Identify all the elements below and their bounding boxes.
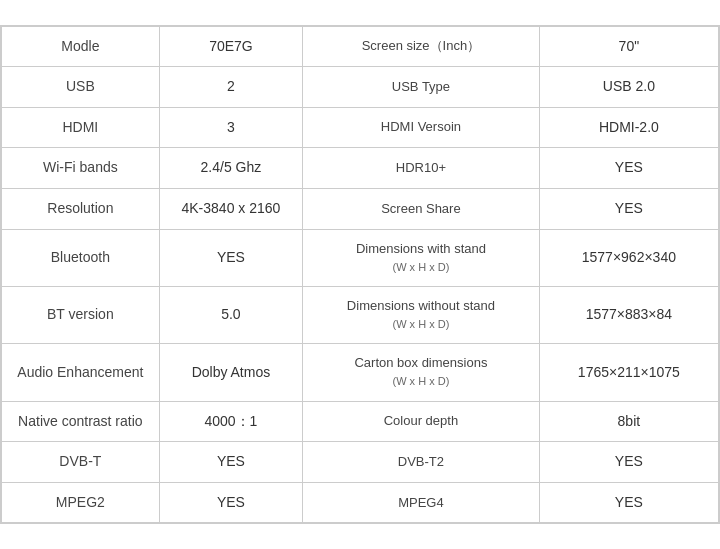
spec-value-right: YES [539, 188, 718, 229]
spec-value: 5.0 [159, 286, 302, 343]
spec-value-right: YES [539, 148, 718, 189]
spec-label: BT version [2, 286, 160, 343]
table-row: BT version5.0Dimensions without stand(W … [2, 286, 719, 343]
table-row: DVB-TYESDVB-T2YES [2, 442, 719, 483]
spec-value: 3 [159, 107, 302, 148]
spec-label: DVB-T [2, 442, 160, 483]
spec-value: 2 [159, 67, 302, 108]
table-row: Audio EnhancementDolby AtmosCarton box d… [2, 344, 719, 401]
spec-value: YES [159, 229, 302, 286]
spec-value-right: HDMI-2.0 [539, 107, 718, 148]
spec-label: Resolution [2, 188, 160, 229]
spec-label-right: MPEG4 [303, 482, 540, 523]
table-row: USB2USB TypeUSB 2.0 [2, 67, 719, 108]
table-row: HDMI3HDMI VersoinHDMI-2.0 [2, 107, 719, 148]
spec-value-right: YES [539, 482, 718, 523]
table-row: MPEG2YESMPEG4YES [2, 482, 719, 523]
spec-label: HDMI [2, 107, 160, 148]
spec-label-right: Screen size（Inch） [303, 26, 540, 67]
spec-label: Audio Enhancement [2, 344, 160, 401]
spec-value-right: 1577×883×84 [539, 286, 718, 343]
table-row: Native contrast ratio4000：1Colour depth8… [2, 401, 719, 442]
spec-label-right: Dimensions with stand(W x H x D) [303, 229, 540, 286]
spec-value: 70E7G [159, 26, 302, 67]
spec-value: YES [159, 442, 302, 483]
table-row: Wi-Fi bands2.4/5 GhzHDR10+YES [2, 148, 719, 189]
spec-value: 4000：1 [159, 401, 302, 442]
spec-label-right: Screen Share [303, 188, 540, 229]
spec-value: 4K-3840 x 2160 [159, 188, 302, 229]
spec-label: Bluetooth [2, 229, 160, 286]
spec-label: USB [2, 67, 160, 108]
spec-table-container: Modle70E7GScreen size（Inch）70"USB2USB Ty… [0, 25, 720, 525]
spec-label: MPEG2 [2, 482, 160, 523]
spec-value-right: 70" [539, 26, 718, 67]
spec-label-right: HDMI Versoin [303, 107, 540, 148]
spec-label-right: HDR10+ [303, 148, 540, 189]
spec-value-right: YES [539, 442, 718, 483]
spec-value: YES [159, 482, 302, 523]
table-row: Modle70E7GScreen size（Inch）70" [2, 26, 719, 67]
spec-value-right: USB 2.0 [539, 67, 718, 108]
spec-label: Modle [2, 26, 160, 67]
table-row: Resolution4K-3840 x 2160Screen ShareYES [2, 188, 719, 229]
spec-value-right: 1765×211×1075 [539, 344, 718, 401]
spec-value: 2.4/5 Ghz [159, 148, 302, 189]
spec-value: Dolby Atmos [159, 344, 302, 401]
spec-value-right: 1577×962×340 [539, 229, 718, 286]
table-row: BluetoothYESDimensions with stand(W x H … [2, 229, 719, 286]
spec-label-right: DVB-T2 [303, 442, 540, 483]
spec-table: Modle70E7GScreen size（Inch）70"USB2USB Ty… [1, 26, 719, 524]
spec-label: Native contrast ratio [2, 401, 160, 442]
spec-label-right: Colour depth [303, 401, 540, 442]
spec-label-right: Dimensions without stand(W x H x D) [303, 286, 540, 343]
spec-value-right: 8bit [539, 401, 718, 442]
spec-label-right: Carton box dimensions(W x H x D) [303, 344, 540, 401]
spec-label: Wi-Fi bands [2, 148, 160, 189]
spec-label-right: USB Type [303, 67, 540, 108]
